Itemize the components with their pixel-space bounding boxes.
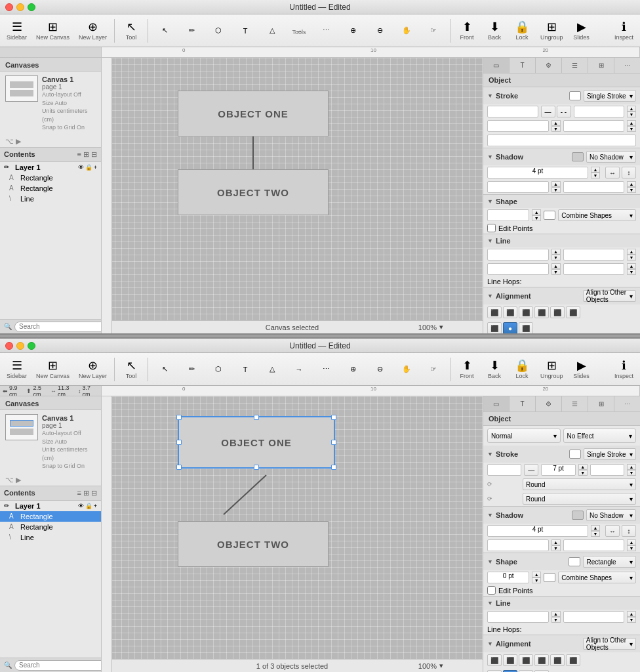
shadow-spread-input[interactable]	[563, 181, 625, 193]
alignment-header-top[interactable]: ▼ Alignment Align to Other Objects ▾	[483, 287, 640, 304]
tool-button-bottom[interactable]: ↖ Tool	[118, 358, 144, 381]
stroke-pt-input[interactable]	[487, 120, 549, 132]
stroke-pt-down-b[interactable]: ▼	[578, 470, 588, 476]
zoom-chevron-top[interactable]: ▾	[439, 323, 443, 331]
select-tool-b[interactable]: ↖	[151, 363, 178, 375]
align-center-h[interactable]: ⬛	[503, 306, 517, 318]
list-view-icon-b[interactable]: ≡	[77, 489, 81, 497]
shape-color-swatch-b2[interactable]	[544, 573, 555, 582]
shape-radius-input[interactable]	[487, 209, 529, 221]
edit-points-checkbox-b[interactable]	[487, 586, 496, 595]
line-start-input-b[interactable]	[487, 611, 549, 623]
shadow-pt-input[interactable]: 4 pt	[487, 167, 588, 178]
shadow-up[interactable]: ▲	[591, 167, 600, 173]
shadow-up-b[interactable]: ▲	[591, 525, 600, 531]
shadow-spread-input-b[interactable]	[563, 539, 625, 551]
line-end-input-b[interactable]	[563, 611, 625, 623]
pan-tool[interactable]: ☞	[420, 24, 447, 37]
effect-dropdown[interactable]: No Effect ▾	[563, 429, 637, 443]
canvas-area-bottom[interactable]: OBJECT ONE	[102, 396, 483, 672]
more-icon-top[interactable]: +	[94, 164, 97, 171]
stroke-pt-up[interactable]: ▲	[551, 120, 561, 126]
stroke-up[interactable]: ▲	[627, 106, 636, 112]
stroke-end-down[interactable]: ▼	[627, 126, 636, 132]
line-end-down[interactable]: ▼	[627, 255, 636, 261]
tab-settings-top[interactable]: ⚙	[536, 58, 562, 73]
stroke-header-top[interactable]: ▼ Stroke Single Stroke ▾	[483, 87, 640, 104]
zoom-out-tool[interactable]: ⊖	[367, 24, 393, 37]
shape-color-swatch[interactable]	[544, 211, 555, 220]
stroke-solid-btn[interactable]: —	[541, 106, 555, 117]
shape-radius-down[interactable]: ▼	[532, 215, 541, 221]
lock-button-bottom[interactable]: 🔒 Lock	[509, 358, 535, 381]
shape-tool-bottom[interactable]: △	[259, 363, 285, 375]
more-icon-bottom[interactable]: +	[94, 503, 97, 509]
line-extra-down[interactable]: ▼	[551, 269, 561, 275]
hand-tool[interactable]: ✋	[393, 24, 420, 37]
front-button-top[interactable]: ⬆ Front	[454, 19, 480, 43]
object-two-rect-bottom[interactable]: OBJECT TWO	[178, 521, 329, 567]
handle-tl[interactable]	[176, 415, 182, 420]
handle-bl[interactable]	[176, 465, 182, 470]
back-button-top[interactable]: ⬇ Back	[481, 19, 508, 43]
align-center-v[interactable]: ⬛	[550, 306, 565, 318]
corner-radius-down[interactable]: ▼	[532, 578, 541, 583]
tab-arrange-top[interactable]: ☰	[562, 58, 588, 73]
shadow-offset-x[interactable]: ↔	[605, 167, 620, 178]
layer-line-bottom[interactable]: \ Line	[0, 532, 101, 543]
new-canvas-button-top[interactable]: ⊞ New Canvas	[32, 19, 73, 43]
line-start-up-b[interactable]: ▲	[551, 611, 561, 617]
align-right[interactable]: ⬛	[519, 306, 533, 318]
tab-more-top[interactable]: ⋯	[614, 58, 640, 73]
stroke-type-dropdown-b[interactable]: Single Stroke ▾	[584, 448, 636, 460]
stroke-pt-down[interactable]: ▼	[551, 126, 561, 132]
line-end-down-b[interactable]: ▼	[627, 617, 636, 623]
line-header-top[interactable]: ▼ Line	[483, 234, 640, 247]
canvas-area-top[interactable]: 0 OBJECT ONE OBJECT TWO Canvas selected …	[102, 58, 483, 333]
line-start-input[interactable]	[487, 249, 549, 261]
shadow-spread-up[interactable]: ▲	[627, 181, 636, 187]
combine-shapes-dropdown-b[interactable]: Combine Shapes ▾	[558, 572, 636, 583]
stroke-color-swatch-b[interactable]	[569, 450, 581, 459]
line-extra-input[interactable]	[487, 263, 549, 275]
new-layer-button-top[interactable]: ⊕ New Layer	[75, 19, 111, 43]
tab-grid-bottom[interactable]: ⊞	[588, 396, 614, 411]
stroke-end-up[interactable]: ▲	[627, 120, 636, 126]
layer-rect-2-top[interactable]: A Rectangle	[0, 183, 101, 194]
align-bottom[interactable]: ⬛	[566, 306, 580, 318]
object-two-rect-top[interactable]: OBJECT TWO	[178, 169, 329, 215]
line-angle-up[interactable]: ▲	[627, 263, 636, 269]
distribute-v[interactable]: ●	[503, 322, 517, 333]
zoom-tool-b[interactable]: ⊕	[340, 363, 366, 375]
stroke-color-swatch[interactable]	[569, 91, 581, 100]
tab-arrange-bottom[interactable]: ☰	[562, 396, 588, 411]
line-header-bottom[interactable]: ▼ Line	[483, 597, 640, 610]
shadow-header-bottom[interactable]: ▼ Shadow No Shadow ▾	[483, 507, 640, 524]
slides-button-bottom[interactable]: ▶ Slides	[569, 358, 595, 381]
line-end-input[interactable]	[563, 249, 625, 261]
pan-tool-b[interactable]: ☞	[420, 363, 447, 375]
line-end-up[interactable]: ▲	[627, 249, 636, 255]
pencil-tool-b[interactable]: ✏	[178, 363, 205, 375]
shadow-blur-down[interactable]: ▼	[551, 187, 561, 193]
shape-type-dropdown[interactable]: Rectangle ▾	[583, 556, 636, 568]
layer-1-bottom[interactable]: ✏ Layer 1 👁 🔒 +	[0, 501, 101, 511]
maximize-button-bottom[interactable]	[28, 342, 35, 350]
stroke-end-up-b[interactable]: ▲	[627, 464, 636, 470]
stroke-end-down-b[interactable]: ▼	[627, 470, 636, 476]
maximize-button-top[interactable]	[28, 3, 35, 11]
stroke-width-input-b[interactable]	[487, 464, 521, 476]
align-center-v-b[interactable]: ⬛	[550, 654, 565, 666]
shadow-blur-down-b[interactable]: ▼	[551, 545, 561, 551]
group-view-icon-b[interactable]: ⊟	[91, 489, 97, 497]
shadow-color-swatch-b[interactable]	[572, 511, 584, 520]
align-top[interactable]: ⬛	[534, 306, 549, 318]
tab-text-top[interactable]: T	[510, 58, 536, 73]
stroke-pt-up-b[interactable]: ▲	[578, 464, 588, 470]
text-tool-bottom[interactable]: T	[232, 364, 258, 375]
shape-header-top[interactable]: ▼ Shape	[483, 195, 640, 208]
lock-icon-top[interactable]: 🔒	[85, 164, 92, 171]
line-angle-down[interactable]: ▼	[627, 269, 636, 275]
stroke-extra-input[interactable]	[487, 135, 636, 146]
zoom-chevron-bottom[interactable]: ▾	[439, 662, 443, 670]
